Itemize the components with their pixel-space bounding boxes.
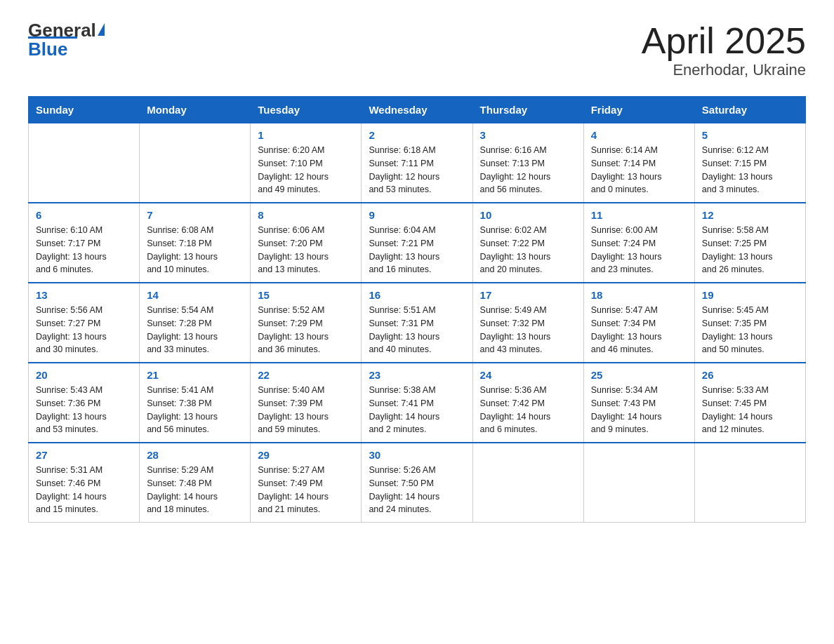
day-info: Sunrise: 6:12 AM Sunset: 7:15 PM Dayligh… <box>702 144 798 196</box>
calendar-cell: 10Sunrise: 6:02 AM Sunset: 7:22 PM Dayli… <box>472 203 583 283</box>
calendar-title: April 2025 <box>642 21 806 61</box>
header-friday: Friday <box>583 97 694 123</box>
day-number: 20 <box>36 369 132 381</box>
day-info: Sunrise: 5:38 AM Sunset: 7:41 PM Dayligh… <box>369 384 465 436</box>
day-number: 15 <box>258 289 354 301</box>
day-number: 13 <box>36 289 132 301</box>
calendar-week-row: 13Sunrise: 5:56 AM Sunset: 7:27 PM Dayli… <box>29 283 806 363</box>
calendar-cell: 4Sunrise: 6:14 AM Sunset: 7:14 PM Daylig… <box>583 123 694 203</box>
day-info: Sunrise: 5:40 AM Sunset: 7:39 PM Dayligh… <box>258 384 354 436</box>
logo-blue-text: Blue <box>28 39 67 60</box>
calendar-cell: 12Sunrise: 5:58 AM Sunset: 7:25 PM Dayli… <box>694 203 805 283</box>
day-info: Sunrise: 6:02 AM Sunset: 7:22 PM Dayligh… <box>480 224 576 276</box>
day-number: 30 <box>369 449 465 461</box>
calendar-cell: 29Sunrise: 5:27 AM Sunset: 7:49 PM Dayli… <box>251 443 362 523</box>
day-number: 9 <box>369 209 465 221</box>
header-tuesday: Tuesday <box>251 97 362 123</box>
day-number: 18 <box>591 289 687 301</box>
day-info: Sunrise: 5:34 AM Sunset: 7:43 PM Dayligh… <box>591 384 687 436</box>
day-number: 1 <box>258 129 354 141</box>
day-info: Sunrise: 5:31 AM Sunset: 7:46 PM Dayligh… <box>36 464 132 516</box>
day-number: 28 <box>147 449 243 461</box>
header-wednesday: Wednesday <box>362 97 472 123</box>
day-number: 17 <box>480 289 576 301</box>
day-info: Sunrise: 6:08 AM Sunset: 7:18 PM Dayligh… <box>147 224 243 276</box>
day-info: Sunrise: 5:49 AM Sunset: 7:32 PM Dayligh… <box>480 304 576 356</box>
day-info: Sunrise: 5:47 AM Sunset: 7:34 PM Dayligh… <box>591 304 687 356</box>
calendar-cell: 2Sunrise: 6:18 AM Sunset: 7:11 PM Daylig… <box>362 123 472 203</box>
day-number: 4 <box>591 129 687 141</box>
day-number: 12 <box>702 209 798 221</box>
calendar-cell: 18Sunrise: 5:47 AM Sunset: 7:34 PM Dayli… <box>583 283 694 363</box>
calendar-cell: 15Sunrise: 5:52 AM Sunset: 7:29 PM Dayli… <box>251 283 362 363</box>
calendar-cell: 13Sunrise: 5:56 AM Sunset: 7:27 PM Dayli… <box>29 283 140 363</box>
day-number: 24 <box>480 369 576 381</box>
day-number: 23 <box>369 369 465 381</box>
header-monday: Monday <box>140 97 251 123</box>
calendar-week-row: 20Sunrise: 5:43 AM Sunset: 7:36 PM Dayli… <box>29 363 806 443</box>
day-info: Sunrise: 6:06 AM Sunset: 7:20 PM Dayligh… <box>258 224 354 276</box>
calendar-cell: 30Sunrise: 5:26 AM Sunset: 7:50 PM Dayli… <box>362 443 472 523</box>
day-info: Sunrise: 5:56 AM Sunset: 7:27 PM Dayligh… <box>36 304 132 356</box>
calendar-cell: 8Sunrise: 6:06 AM Sunset: 7:20 PM Daylig… <box>251 203 362 283</box>
calendar-cell: 27Sunrise: 5:31 AM Sunset: 7:46 PM Dayli… <box>29 443 140 523</box>
day-number: 5 <box>702 129 798 141</box>
calendar-cell: 17Sunrise: 5:49 AM Sunset: 7:32 PM Dayli… <box>472 283 583 363</box>
day-number: 6 <box>36 209 132 221</box>
day-number: 2 <box>369 129 465 141</box>
day-number: 26 <box>702 369 798 381</box>
day-info: Sunrise: 5:45 AM Sunset: 7:35 PM Dayligh… <box>702 304 798 356</box>
calendar-cell: 28Sunrise: 5:29 AM Sunset: 7:48 PM Dayli… <box>140 443 251 523</box>
calendar-cell: 20Sunrise: 5:43 AM Sunset: 7:36 PM Dayli… <box>29 363 140 443</box>
day-info: Sunrise: 6:00 AM Sunset: 7:24 PM Dayligh… <box>591 224 687 276</box>
calendar-week-row: 27Sunrise: 5:31 AM Sunset: 7:46 PM Dayli… <box>29 443 806 523</box>
day-info: Sunrise: 5:26 AM Sunset: 7:50 PM Dayligh… <box>369 464 465 516</box>
day-number: 8 <box>258 209 354 221</box>
day-info: Sunrise: 5:29 AM Sunset: 7:48 PM Dayligh… <box>147 464 243 516</box>
day-number: 22 <box>258 369 354 381</box>
calendar-cell <box>29 123 140 203</box>
title-block: April 2025 Enerhodar, Ukraine <box>642 21 806 79</box>
calendar-cell: 25Sunrise: 5:34 AM Sunset: 7:43 PM Dayli… <box>583 363 694 443</box>
calendar-cell: 1Sunrise: 6:20 AM Sunset: 7:10 PM Daylig… <box>251 123 362 203</box>
day-number: 29 <box>258 449 354 461</box>
day-info: Sunrise: 6:18 AM Sunset: 7:11 PM Dayligh… <box>369 144 465 196</box>
day-info: Sunrise: 6:04 AM Sunset: 7:21 PM Dayligh… <box>369 224 465 276</box>
calendar-cell: 5Sunrise: 6:12 AM Sunset: 7:15 PM Daylig… <box>694 123 805 203</box>
day-info: Sunrise: 6:14 AM Sunset: 7:14 PM Dayligh… <box>591 144 687 196</box>
day-info: Sunrise: 6:16 AM Sunset: 7:13 PM Dayligh… <box>480 144 576 196</box>
day-number: 16 <box>369 289 465 301</box>
calendar-table: SundayMondayTuesdayWednesdayThursdayFrid… <box>28 96 806 523</box>
page-header: General Blue April 2025 Enerhodar, Ukrai… <box>28 21 806 79</box>
day-info: Sunrise: 5:54 AM Sunset: 7:28 PM Dayligh… <box>147 304 243 356</box>
day-info: Sunrise: 5:52 AM Sunset: 7:29 PM Dayligh… <box>258 304 354 356</box>
day-number: 21 <box>147 369 243 381</box>
day-number: 10 <box>480 209 576 221</box>
calendar-week-row: 6Sunrise: 6:10 AM Sunset: 7:17 PM Daylig… <box>29 203 806 283</box>
calendar-cell <box>583 443 694 523</box>
day-number: 14 <box>147 289 243 301</box>
calendar-cell: 14Sunrise: 5:54 AM Sunset: 7:28 PM Dayli… <box>140 283 251 363</box>
day-info: Sunrise: 5:33 AM Sunset: 7:45 PM Dayligh… <box>702 384 798 436</box>
calendar-cell: 11Sunrise: 6:00 AM Sunset: 7:24 PM Dayli… <box>583 203 694 283</box>
calendar-week-row: 1Sunrise: 6:20 AM Sunset: 7:10 PM Daylig… <box>29 123 806 203</box>
day-info: Sunrise: 5:41 AM Sunset: 7:38 PM Dayligh… <box>147 384 243 436</box>
day-number: 11 <box>591 209 687 221</box>
logo: General Blue <box>28 21 105 60</box>
calendar-cell: 9Sunrise: 6:04 AM Sunset: 7:21 PM Daylig… <box>362 203 472 283</box>
calendar-header-row: SundayMondayTuesdayWednesdayThursdayFrid… <box>29 97 806 123</box>
header-sunday: Sunday <box>29 97 140 123</box>
day-number: 25 <box>591 369 687 381</box>
day-info: Sunrise: 5:58 AM Sunset: 7:25 PM Dayligh… <box>702 224 798 276</box>
calendar-cell: 21Sunrise: 5:41 AM Sunset: 7:38 PM Dayli… <box>140 363 251 443</box>
calendar-cell: 24Sunrise: 5:36 AM Sunset: 7:42 PM Dayli… <box>472 363 583 443</box>
day-number: 7 <box>147 209 243 221</box>
header-saturday: Saturday <box>694 97 805 123</box>
calendar-cell: 16Sunrise: 5:51 AM Sunset: 7:31 PM Dayli… <box>362 283 472 363</box>
calendar-cell: 19Sunrise: 5:45 AM Sunset: 7:35 PM Dayli… <box>694 283 805 363</box>
day-info: Sunrise: 5:27 AM Sunset: 7:49 PM Dayligh… <box>258 464 354 516</box>
calendar-cell <box>140 123 251 203</box>
calendar-cell: 7Sunrise: 6:08 AM Sunset: 7:18 PM Daylig… <box>140 203 251 283</box>
calendar-cell: 26Sunrise: 5:33 AM Sunset: 7:45 PM Dayli… <box>694 363 805 443</box>
day-number: 27 <box>36 449 132 461</box>
